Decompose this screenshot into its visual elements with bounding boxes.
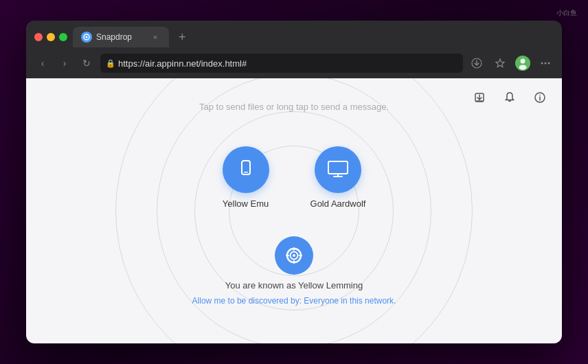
svg-marker-4 — [496, 59, 504, 67]
browser-tab-active[interactable]: Snapdrop × — [73, 27, 169, 47]
device-name-gold-aardwolf: Gold Aardwolf — [310, 198, 366, 209]
traffic-light-fullscreen[interactable] — [59, 33, 67, 41]
traffic-light-minimize[interactable] — [47, 33, 55, 41]
svg-rect-18 — [244, 172, 248, 173]
device-icon-gold-aardwolf[interactable] — [315, 146, 361, 193]
tab-title: Snapdrop — [96, 32, 132, 42]
svg-point-6 — [521, 59, 525, 64]
svg-point-7 — [519, 65, 527, 70]
self-section: You are known as Yellow Lemming Allow me… — [192, 236, 396, 306]
svg-point-24 — [293, 254, 295, 257]
download-icon[interactable] — [468, 55, 485, 71]
more-menu-button[interactable] — [537, 55, 554, 71]
page-content: Tap to send files or long tap to send a … — [26, 78, 562, 343]
traffic-lights — [34, 33, 67, 41]
self-known-text: You are known as Yellow Lemming — [225, 280, 363, 291]
user-avatar[interactable] — [515, 56, 530, 71]
new-tab-button[interactable]: + — [174, 29, 190, 46]
toolbar-icons — [468, 55, 554, 71]
url-input[interactable] — [100, 54, 463, 73]
bell-button[interactable] — [500, 88, 519, 107]
forward-button[interactable]: › — [56, 55, 73, 71]
svg-point-1 — [86, 36, 88, 38]
browser-chrome: Snapdrop × + ‹ › ↻ 🔒 — [26, 21, 562, 78]
self-icon — [275, 236, 313, 275]
refresh-button[interactable]: ↻ — [78, 55, 95, 71]
svg-rect-19 — [328, 161, 348, 174]
svg-point-8 — [541, 62, 543, 65]
svg-point-16 — [539, 95, 541, 96]
device-item-yellow-emu[interactable]: Yellow Emu — [223, 146, 269, 209]
tab-favicon — [81, 32, 92, 43]
devices-row: Yellow Emu Gold Aardwolf — [223, 146, 366, 209]
device-icon-yellow-emu[interactable] — [223, 146, 269, 193]
outer-watermark: 小白鱼 — [556, 8, 577, 18]
address-bar[interactable]: 🔒 — [100, 54, 463, 73]
svg-point-10 — [548, 62, 550, 65]
svg-point-9 — [545, 62, 547, 65]
hint-text: Tap to send files or long tap to send a … — [199, 102, 389, 112]
browser-window: Snapdrop × + ‹ › ↻ 🔒 — [26, 21, 562, 343]
star-icon[interactable] — [492, 55, 508, 71]
tab-bar: Snapdrop × + — [26, 21, 562, 48]
info-button[interactable] — [530, 88, 550, 107]
install-button[interactable] — [470, 88, 489, 107]
page-header-icons — [470, 88, 550, 107]
device-item-gold-aardwolf[interactable]: Gold Aardwolf — [310, 146, 366, 209]
device-name-yellow-emu: Yellow Emu — [223, 198, 269, 209]
self-discover-link[interactable]: Allow me to be discovered by: Everyone i… — [192, 296, 396, 306]
back-button[interactable]: ‹ — [34, 55, 51, 71]
traffic-light-close[interactable] — [34, 33, 43, 41]
address-bar-row: ‹ › ↻ 🔒 — [26, 48, 562, 78]
tab-close-button[interactable]: × — [150, 32, 161, 43]
